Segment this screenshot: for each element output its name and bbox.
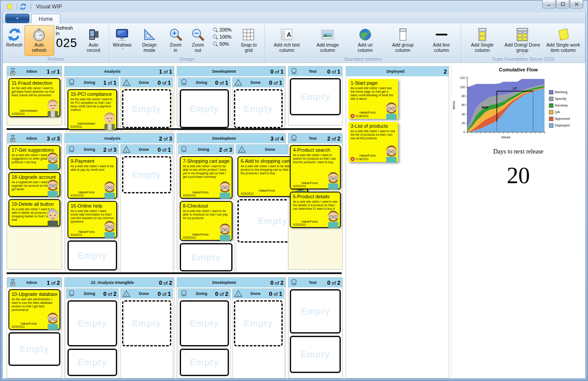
kanban-card[interactable]: 18-Upgrade accountAs a registered user I…: [8, 172, 60, 197]
sub-columns: Doing1 of 115-PCI complianceAs the web s…: [65, 76, 174, 133]
ribbon-group-refresh: Refresh Auto refresh Refresh in 025 Auto…: [3, 24, 109, 63]
add-image-column-button[interactable]: Add image column: [307, 25, 348, 56]
y-axis-label: Items: [452, 101, 456, 110]
tab-home[interactable]: Home: [31, 14, 60, 24]
kanban-card[interactable]: 4-Product searchAs a web site visitor I …: [290, 145, 341, 189]
column-header: Test2 of 2: [288, 134, 342, 143]
column-wip-count: 3 of 4: [270, 135, 284, 142]
column-title: Test: [299, 136, 326, 141]
add-uri-column-button[interactable]: Add uri column: [348, 25, 382, 56]
button-label: Add image column: [309, 43, 346, 53]
zoom-out-button[interactable]: Zoom out: [186, 25, 210, 56]
empty-slot: Empty: [122, 156, 172, 193]
empty-slot: Empty: [290, 78, 341, 115]
doing-icon: [68, 290, 76, 298]
svg-text:IN: IN: [12, 283, 14, 286]
board-row: INInbox1 of 111-Fraud detectionAs the we…: [7, 66, 343, 126]
grid-icon: [241, 27, 256, 43]
group-label: Team Foundation Server 2010: [462, 56, 584, 63]
card-date: 5/4/2011: [71, 233, 114, 236]
lt-label: LT: [513, 86, 517, 90]
column-title: Doing: [77, 147, 103, 152]
quick-refresh-icon[interactable]: [20, 3, 27, 10]
refresh-button[interactable]: Refresh: [4, 25, 24, 56]
legend-item: Deployed: [549, 123, 570, 128]
kanban-card[interactable]: 9-PaymentAs a web site visitor I want to…: [67, 156, 117, 199]
add-rich-text-column-button[interactable]: A Add rich text column: [266, 25, 307, 56]
column-wip-count: 2: [444, 68, 447, 75]
column-header: Doing2 of 3: [178, 145, 234, 154]
kanban-card[interactable]: 15-PCI complianceAs the web site owner I…: [67, 89, 117, 130]
ribbon: Refresh Auto refresh Refresh in 025 Auto…: [3, 24, 585, 63]
card-title: 8-Checkout: [183, 203, 229, 208]
add-group-column-button[interactable]: Add group column: [383, 25, 423, 56]
empty-slot: Empty: [180, 89, 229, 128]
kanban-card[interactable]: 5-Product detailsAs a web site visitor I…: [290, 192, 341, 228]
add-line-column-button[interactable]: Add line column: [423, 25, 460, 56]
auto-refresh-button[interactable]: Auto refresh: [24, 25, 54, 56]
sub-column-doing: Doing2 of 37-Shopping cart pageAs a web …: [178, 144, 234, 274]
design-mode-button[interactable]: Design mode: [134, 25, 165, 56]
empty-watermark: Empty: [244, 318, 273, 329]
column-header: Developlemt0 of 2: [177, 278, 285, 287]
add-doing-done-group-button[interactable]: Add Doing/ Done group: [502, 25, 543, 56]
kanban-card[interactable]: 1-Start pageAs a web site visitor I want…: [348, 79, 398, 119]
empty-slot: Empty: [67, 349, 117, 376]
card-title: 7-Shopping cart page: [183, 158, 229, 164]
kanban-card[interactable]: 11-Fraud detectionAs the web site owner …: [8, 78, 60, 117]
column-wip-count: 0 of 1: [158, 291, 171, 297]
zoom-200-button[interactable]: 200%: [211, 26, 233, 33]
zoom-50-button[interactable]: 50%: [211, 40, 233, 47]
zoom-100-button[interactable]: 100%: [211, 33, 233, 40]
legend-label: Specify: [555, 97, 566, 101]
zoom-in-button[interactable]: Zoom in: [165, 25, 186, 56]
empty-watermark: Empty: [189, 104, 219, 114]
add-single-column-button[interactable]: Add Single column: [462, 25, 502, 56]
card-author: HakanForss: [351, 154, 396, 157]
empty-watermark: Empty: [189, 357, 219, 368]
button-label: Refresh: [6, 43, 23, 48]
close-button[interactable]: [570, 0, 583, 8]
empty-slot: Empty: [234, 89, 283, 128]
kanban-card[interactable]: 10-Upgrade databaseAs the web site admin…: [8, 289, 60, 330]
column-header: INInbox3 of 3: [7, 134, 62, 143]
kanban-card[interactable]: 3-List of productsAs a web site visitor …: [348, 122, 398, 162]
stopwatch-icon: [32, 27, 47, 43]
done-icon: !: [238, 145, 246, 153]
wip-label: WIP: [481, 106, 489, 110]
kanban-card[interactable]: 19-Delete all buttonAs a web site visito…: [8, 199, 60, 227]
card-date: 4/29/2011: [183, 194, 229, 197]
snap-to-grid-button[interactable]: Snap to grid: [234, 25, 264, 56]
group-label: Design: [110, 56, 264, 63]
column-title: Done: [243, 80, 268, 85]
empty-slot: Empty: [122, 89, 172, 128]
empty-watermark: Empty: [258, 216, 287, 226]
board-row: INInbox3 of 317-Get suggestionsAs a web …: [7, 133, 343, 270]
button-label: Design mode: [136, 43, 163, 53]
kanban-card[interactable]: 16-Online helpAs a web site visitor I wa…: [67, 201, 117, 238]
card-date-text: 4/29/2011: [12, 112, 25, 115]
kanban-card[interactable]: 7-Shopping cart pageAs a web site visito…: [180, 156, 233, 199]
column-wip-count: 2 of 3: [219, 146, 232, 153]
legend-label: Backlog: [555, 90, 567, 94]
windows-button[interactable]: Windows: [110, 25, 134, 56]
done-icon: !: [122, 145, 130, 153]
kanban-card[interactable]: 17-Get suggestionsAs a web site visitor …: [8, 145, 60, 170]
button-label: Add rich text column: [268, 43, 305, 53]
ribbon-group-design: Windows Design mode Zoom in Zoom out: [109, 24, 265, 63]
application-menu-button[interactable]: [5, 14, 29, 23]
zoom-presets: 200% 100% 50%: [210, 25, 234, 56]
maximize-button[interactable]: [556, 0, 569, 8]
empty-slot: Empty: [290, 336, 341, 373]
column-group-analysis: Analysis2 of 3Doing2 of 39-PaymentAs a w…: [64, 133, 174, 270]
legend-item: Backlog: [549, 90, 570, 94]
sub-columns: Doing2 of 37-Shopping cart pageAs a web …: [177, 143, 285, 275]
card-date: 5/2/2011: [71, 125, 114, 128]
add-single-work-item-column-button[interactable]: Add Single work item column: [543, 25, 584, 56]
auto-record-button[interactable]: Auto record: [79, 25, 107, 56]
y-tick-label: 40: [462, 113, 465, 116]
column-wip-count: 3 of 3: [47, 135, 60, 142]
column-title: Doing: [77, 291, 103, 296]
minimize-button[interactable]: [542, 0, 556, 8]
kanban-card[interactable]: 8-CheckoutAs a web site visitor I want t…: [180, 201, 233, 241]
